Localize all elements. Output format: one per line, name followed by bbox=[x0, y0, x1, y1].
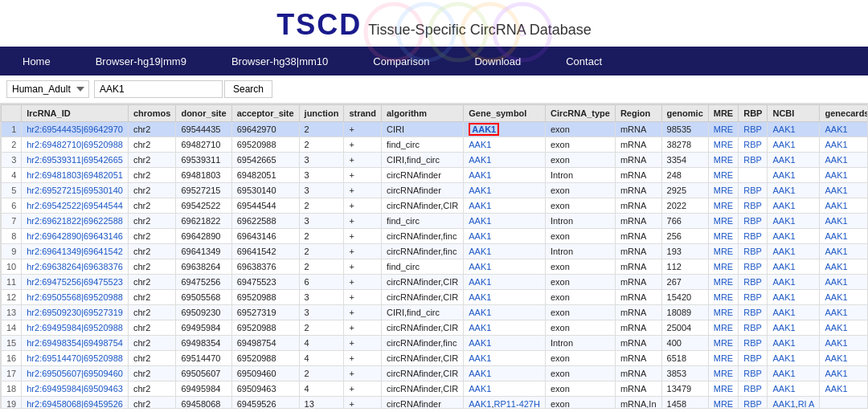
cell-id[interactable]: hr2:69641349|69641542 bbox=[22, 244, 129, 259]
cell-id[interactable]: hr2:69509230|69527319 bbox=[22, 305, 129, 320]
cell-ncbi[interactable]: AAK1 bbox=[768, 320, 820, 336]
table-row[interactable]: 17hr2:69505607|69509460chr26950560769509… bbox=[2, 366, 869, 381]
cell-rbp[interactable]: RBP bbox=[739, 244, 768, 259]
cell-genecards[interactable]: AAK1 bbox=[820, 366, 868, 381]
cell-id[interactable]: hr2:69482710|69520988 bbox=[22, 137, 129, 153]
cell-gene[interactable]: AAK1 bbox=[464, 137, 546, 153]
cell-mre[interactable]: MRE bbox=[708, 366, 738, 381]
cell-genecards[interactable]: AAK1 bbox=[820, 137, 868, 153]
cell-ncbi[interactable]: AAK1 bbox=[768, 168, 820, 183]
cell-id[interactable]: hr2:69475256|69475523 bbox=[22, 275, 129, 290]
cell-ncbi[interactable]: AAK1 bbox=[768, 122, 820, 137]
table-row[interactable]: 7hr2:69621822|69622588chr269621822696225… bbox=[2, 214, 869, 229]
search-input[interactable] bbox=[94, 80, 223, 98]
cell-ncbi[interactable]: AAK1 bbox=[768, 229, 820, 244]
cell-genecards[interactable] bbox=[820, 397, 868, 410]
cell-gene[interactable]: AAK1 bbox=[464, 381, 546, 397]
cell-ncbi[interactable]: AAK1 bbox=[768, 244, 820, 259]
cell-rbp[interactable]: RBP bbox=[739, 153, 768, 168]
cell-mre[interactable]: MRE bbox=[708, 305, 738, 320]
table-row[interactable]: 8hr2:69642890|69643146chr269642890696431… bbox=[2, 229, 869, 244]
table-row[interactable]: 9hr2:69641349|69641542chr269641349696415… bbox=[2, 244, 869, 259]
cell-rbp[interactable]: RBP bbox=[739, 259, 768, 275]
table-row[interactable]: 11hr2:69475256|69475523chr26947525669475… bbox=[2, 275, 869, 290]
cell-rbp[interactable]: RBP bbox=[739, 320, 768, 336]
cell-mre[interactable]: MRE bbox=[708, 336, 738, 351]
cell-ncbi[interactable]: AAK1 bbox=[768, 259, 820, 275]
cell-rbp[interactable]: RBP bbox=[739, 366, 768, 381]
cell-gene[interactable]: AAK1 bbox=[464, 366, 546, 381]
cell-rbp[interactable]: RBP bbox=[739, 137, 768, 153]
cell-mre[interactable]: MRE bbox=[708, 351, 738, 366]
cell-mre[interactable]: MRE bbox=[708, 122, 738, 137]
cell-ncbi[interactable]: AAK1 bbox=[768, 351, 820, 366]
cell-gene[interactable]: AAK1 bbox=[464, 229, 546, 244]
cell-genecards[interactable]: AAK1 bbox=[820, 351, 868, 366]
cell-ncbi[interactable]: AAK1 bbox=[768, 275, 820, 290]
cell-id[interactable]: hr2:69495984|69509463 bbox=[22, 381, 129, 397]
nav-browser-hg19[interactable]: Browser-hg19|mm9 bbox=[73, 47, 209, 75]
cell-rbp[interactable]: RBP bbox=[739, 229, 768, 244]
cell-ncbi[interactable]: AAK1 bbox=[768, 198, 820, 214]
cell-ncbi[interactable]: AAK1 bbox=[768, 366, 820, 381]
table-row[interactable]: 4hr2:69481803|69482051chr269481803694820… bbox=[2, 168, 869, 183]
organism-select[interactable]: Human_Adult Human_Fetal Mouse_Adult Mous… bbox=[6, 80, 89, 98]
cell-genecards[interactable]: AAK1 bbox=[820, 122, 868, 137]
cell-mre[interactable]: MRE bbox=[708, 290, 738, 305]
cell-ncbi[interactable]: AAK1,RI A bbox=[768, 397, 820, 410]
cell-rbp[interactable]: RBP bbox=[739, 275, 768, 290]
cell-genecards[interactable]: AAK1 bbox=[820, 153, 868, 168]
cell-gene[interactable]: AAK1 bbox=[464, 320, 546, 336]
cell-rbp[interactable]: RBP bbox=[739, 381, 768, 397]
table-row[interactable]: 15hr2:69498354|69498754chr26949835469498… bbox=[2, 336, 869, 351]
cell-gene[interactable]: AAK1 bbox=[464, 122, 546, 137]
cell-mre[interactable]: MRE bbox=[708, 397, 738, 410]
cell-id[interactable]: hr2:69481803|69482051 bbox=[22, 168, 129, 183]
cell-gene[interactable]: AAK1 bbox=[464, 305, 546, 320]
cell-gene[interactable]: AAK1,RP11-427H bbox=[464, 397, 546, 410]
table-row[interactable]: 3hr2:69539311|69542665chr269539311695426… bbox=[2, 153, 869, 168]
cell-mre[interactable]: MRE bbox=[708, 244, 738, 259]
cell-genecards[interactable]: AAK1 bbox=[820, 183, 868, 198]
cell-rbp[interactable] bbox=[739, 168, 768, 183]
search-button[interactable]: Search bbox=[224, 80, 272, 98]
cell-gene[interactable]: AAK1 bbox=[464, 198, 546, 214]
cell-ncbi[interactable]: AAK1 bbox=[768, 381, 820, 397]
cell-ncbi[interactable]: AAK1 bbox=[768, 214, 820, 229]
cell-id[interactable]: hr2:69544435|69642970 bbox=[22, 122, 129, 137]
cell-genecards[interactable]: AAK1 bbox=[820, 168, 868, 183]
cell-ncbi[interactable]: AAK1 bbox=[768, 305, 820, 320]
cell-genecards[interactable]: AAK1 bbox=[820, 244, 868, 259]
cell-id[interactable]: hr2:69621822|69622588 bbox=[22, 214, 129, 229]
cell-genecards[interactable]: AAK1 bbox=[820, 305, 868, 320]
cell-gene[interactable]: AAK1 bbox=[464, 183, 546, 198]
cell-genecards[interactable]: AAK1 bbox=[820, 214, 868, 229]
cell-gene[interactable]: AAK1 bbox=[464, 275, 546, 290]
cell-id[interactable]: hr2:69539311|69542665 bbox=[22, 153, 129, 168]
cell-mre[interactable]: MRE bbox=[708, 259, 738, 275]
cell-mre[interactable]: MRE bbox=[708, 198, 738, 214]
cell-id[interactable]: hr2:69514470|69520988 bbox=[22, 351, 129, 366]
cell-gene[interactable]: AAK1 bbox=[464, 168, 546, 183]
cell-mre[interactable]: MRE bbox=[708, 381, 738, 397]
table-row[interactable]: 18hr2:69495984|69509463chr26949598469509… bbox=[2, 381, 869, 397]
table-row[interactable]: 6hr2:69542522|69544544chr269542522695445… bbox=[2, 198, 869, 214]
cell-id[interactable]: hr2:69458068|69459526 bbox=[22, 397, 129, 410]
cell-rbp[interactable]: RBP bbox=[739, 305, 768, 320]
cell-rbp[interactable]: RBP bbox=[739, 336, 768, 351]
cell-id[interactable]: hr2:69642890|69643146 bbox=[22, 229, 129, 244]
cell-mre[interactable]: MRE bbox=[708, 183, 738, 198]
cell-rbp[interactable]: RBP bbox=[739, 290, 768, 305]
cell-genecards[interactable]: AAK1 bbox=[820, 198, 868, 214]
cell-genecards[interactable]: AAK1 bbox=[820, 320, 868, 336]
cell-gene[interactable]: AAK1 bbox=[464, 244, 546, 259]
cell-genecards[interactable]: AAK1 bbox=[820, 229, 868, 244]
table-row[interactable]: 10hr2:69638264|69638376chr26963826469638… bbox=[2, 259, 869, 275]
table-row[interactable]: 19hr2:69458068|69459526chr26945806869459… bbox=[2, 397, 869, 410]
table-row[interactable]: 1hr2:69544435|69642970chr269544435696429… bbox=[2, 122, 869, 137]
table-row[interactable]: 5hr2:69527215|69530140chr269527215695301… bbox=[2, 183, 869, 198]
cell-ncbi[interactable]: AAK1 bbox=[768, 153, 820, 168]
cell-mre[interactable]: MRE bbox=[708, 153, 738, 168]
cell-gene[interactable]: AAK1 bbox=[464, 214, 546, 229]
nav-browser-hg38[interactable]: Browser-hg38|mm10 bbox=[209, 47, 350, 75]
